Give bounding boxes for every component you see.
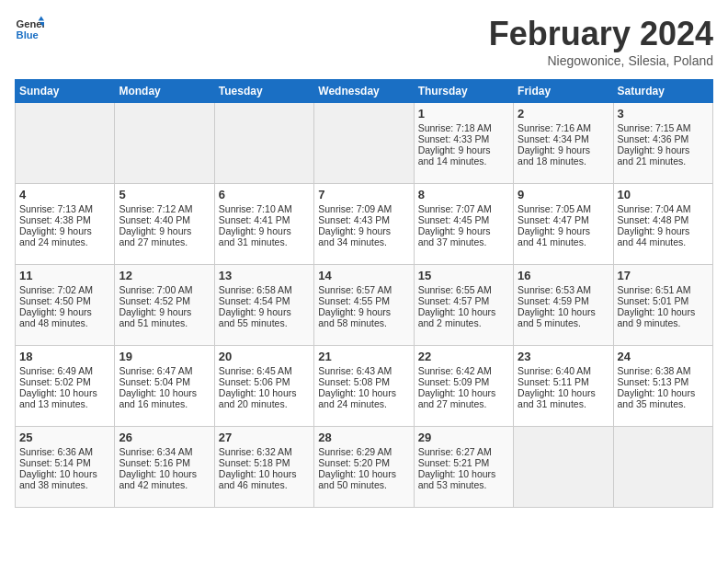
calendar-day-cell xyxy=(16,103,115,184)
day-number: 15 xyxy=(418,269,509,282)
day-info: and 50 minutes. xyxy=(318,479,409,490)
day-info: Sunset: 4:47 PM xyxy=(518,214,609,225)
calendar-day-cell: 11Sunrise: 7:02 AMSunset: 4:50 PMDayligh… xyxy=(16,265,115,346)
calendar-day-cell: 7Sunrise: 7:09 AMSunset: 4:43 PMDaylight… xyxy=(314,184,414,265)
calendar-day-cell: 8Sunrise: 7:07 AMSunset: 4:45 PMDaylight… xyxy=(414,184,513,265)
calendar-day-cell: 2Sunrise: 7:16 AMSunset: 4:34 PMDaylight… xyxy=(514,103,613,184)
day-number: 23 xyxy=(518,350,609,363)
day-info: and 20 minutes. xyxy=(219,398,310,409)
day-number: 16 xyxy=(518,269,609,282)
day-info: Sunrise: 6:40 AM xyxy=(518,365,609,376)
calendar-day-cell: 20Sunrise: 6:45 AMSunset: 5:06 PMDayligh… xyxy=(214,346,313,427)
day-info: and 53 minutes. xyxy=(418,479,509,490)
day-info: Sunrise: 7:07 AM xyxy=(418,203,509,214)
day-info: Daylight: 9 hours xyxy=(318,306,409,317)
calendar-day-cell: 9Sunrise: 7:05 AMSunset: 4:47 PMDaylight… xyxy=(514,184,613,265)
day-number: 26 xyxy=(119,431,210,444)
day-number: 5 xyxy=(119,188,210,201)
day-info: Daylight: 9 hours xyxy=(219,306,310,317)
day-info: Daylight: 9 hours xyxy=(518,144,609,155)
day-info: and 24 minutes. xyxy=(318,398,409,409)
calendar-day-cell xyxy=(115,103,214,184)
calendar-week-row: 1Sunrise: 7:18 AMSunset: 4:33 PMDaylight… xyxy=(16,103,713,184)
day-info: and 48 minutes. xyxy=(19,317,110,328)
day-info: Sunrise: 6:34 AM xyxy=(119,446,210,457)
day-info: and 9 minutes. xyxy=(618,317,709,328)
day-info: Sunrise: 6:27 AM xyxy=(418,446,509,457)
day-info: Daylight: 9 hours xyxy=(418,225,509,236)
day-info: Sunrise: 6:38 AM xyxy=(618,365,709,376)
day-number: 13 xyxy=(219,269,310,282)
day-info: and 42 minutes. xyxy=(119,479,210,490)
day-number: 19 xyxy=(119,350,210,363)
day-number: 21 xyxy=(318,350,409,363)
day-info: Sunset: 5:13 PM xyxy=(618,376,709,387)
day-info: Sunset: 5:14 PM xyxy=(19,457,110,468)
day-info: Sunset: 4:41 PM xyxy=(219,214,310,225)
day-header: Friday xyxy=(514,80,613,103)
day-number: 11 xyxy=(19,269,110,282)
day-info: Sunset: 4:36 PM xyxy=(618,133,709,144)
day-info: and 55 minutes. xyxy=(219,317,310,328)
day-number: 27 xyxy=(219,431,310,444)
day-info: Daylight: 9 hours xyxy=(19,225,110,236)
day-info: and 34 minutes. xyxy=(318,236,409,247)
day-info: Daylight: 10 hours xyxy=(19,468,110,479)
calendar-day-cell: 16Sunrise: 6:53 AMSunset: 4:59 PMDayligh… xyxy=(514,265,613,346)
day-info: Sunrise: 7:15 AM xyxy=(618,122,709,133)
calendar-day-cell: 15Sunrise: 6:55 AMSunset: 4:57 PMDayligh… xyxy=(414,265,513,346)
day-info: and 51 minutes. xyxy=(119,317,210,328)
day-info: and 31 minutes. xyxy=(219,236,310,247)
day-info: Daylight: 9 hours xyxy=(618,144,709,155)
day-number: 22 xyxy=(418,350,509,363)
day-info: Sunrise: 6:51 AM xyxy=(618,284,709,295)
day-info: Daylight: 10 hours xyxy=(418,306,509,317)
day-info: and 46 minutes. xyxy=(219,479,310,490)
day-info: Daylight: 10 hours xyxy=(618,387,709,398)
day-info: Daylight: 10 hours xyxy=(219,387,310,398)
day-number: 20 xyxy=(219,350,310,363)
day-info: Daylight: 10 hours xyxy=(119,468,210,479)
calendar-day-cell: 26Sunrise: 6:34 AMSunset: 5:16 PMDayligh… xyxy=(115,427,214,508)
day-info: Sunrise: 7:10 AM xyxy=(219,203,310,214)
day-info: Sunset: 5:18 PM xyxy=(219,457,310,468)
day-info: Sunset: 5:16 PM xyxy=(119,457,210,468)
calendar-header-row: SundayMondayTuesdayWednesdayThursdayFrid… xyxy=(16,80,713,103)
day-number: 17 xyxy=(618,269,709,282)
calendar-day-cell: 13Sunrise: 6:58 AMSunset: 4:54 PMDayligh… xyxy=(214,265,313,346)
day-number: 14 xyxy=(318,269,409,282)
calendar-week-row: 11Sunrise: 7:02 AMSunset: 4:50 PMDayligh… xyxy=(16,265,713,346)
day-info: Sunset: 4:57 PM xyxy=(418,295,509,306)
logo: General Blue xyxy=(15,15,44,44)
day-info: Daylight: 9 hours xyxy=(119,225,210,236)
day-number: 4 xyxy=(19,188,110,201)
day-info: Sunset: 4:38 PM xyxy=(19,214,110,225)
page-header: General Blue February 2024 Niegowonice, … xyxy=(15,15,713,68)
day-info: Daylight: 9 hours xyxy=(19,306,110,317)
day-number: 7 xyxy=(318,188,409,201)
calendar-day-cell: 24Sunrise: 6:38 AMSunset: 5:13 PMDayligh… xyxy=(613,346,712,427)
day-info: and 2 minutes. xyxy=(418,317,509,328)
day-header: Tuesday xyxy=(214,80,313,103)
calendar-day-cell: 3Sunrise: 7:15 AMSunset: 4:36 PMDaylight… xyxy=(613,103,712,184)
calendar-day-cell xyxy=(613,427,712,508)
day-info: Sunset: 5:09 PM xyxy=(418,376,509,387)
day-info: Daylight: 10 hours xyxy=(618,306,709,317)
day-info: Sunset: 5:08 PM xyxy=(318,376,409,387)
day-info: Sunset: 5:06 PM xyxy=(219,376,310,387)
calendar-day-cell: 6Sunrise: 7:10 AMSunset: 4:41 PMDaylight… xyxy=(214,184,313,265)
calendar-day-cell: 25Sunrise: 6:36 AMSunset: 5:14 PMDayligh… xyxy=(16,427,115,508)
day-info: Sunset: 5:01 PM xyxy=(618,295,709,306)
day-info: Sunrise: 6:47 AM xyxy=(119,365,210,376)
calendar-day-cell: 5Sunrise: 7:12 AMSunset: 4:40 PMDaylight… xyxy=(115,184,214,265)
day-info: and 27 minutes. xyxy=(119,236,210,247)
day-info: Sunset: 4:55 PM xyxy=(318,295,409,306)
day-info: Sunrise: 7:18 AM xyxy=(418,122,509,133)
day-info: Daylight: 9 hours xyxy=(119,306,210,317)
calendar-week-row: 18Sunrise: 6:49 AMSunset: 5:02 PMDayligh… xyxy=(16,346,713,427)
day-info: and 38 minutes. xyxy=(19,479,110,490)
calendar-day-cell: 19Sunrise: 6:47 AMSunset: 5:04 PMDayligh… xyxy=(115,346,214,427)
day-number: 25 xyxy=(19,431,110,444)
calendar-day-cell: 18Sunrise: 6:49 AMSunset: 5:02 PMDayligh… xyxy=(16,346,115,427)
day-info: Daylight: 9 hours xyxy=(518,225,609,236)
